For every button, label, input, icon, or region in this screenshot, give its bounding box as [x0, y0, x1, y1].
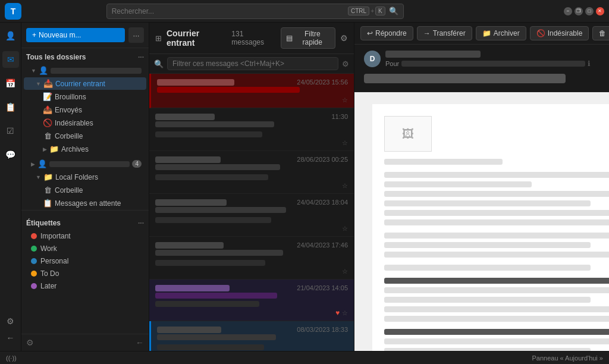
icon-account[interactable]: 👤: [2, 27, 19, 44]
inbox-icon: 📥: [43, 79, 53, 88]
label-todo[interactable]: To Do: [24, 268, 146, 280]
filter-icon: ▤: [286, 34, 293, 42]
minimize-button[interactable]: −: [564, 7, 572, 15]
body-bold-line: [384, 329, 609, 335]
msg-filter-icon[interactable]: ⚙: [342, 59, 349, 68]
labels-more-icon[interactable]: ···: [138, 219, 144, 227]
search-input[interactable]: [112, 7, 348, 15]
table-row[interactable]: 24/04/2023 18:04 ☆: [149, 194, 354, 237]
sidebar-item-drafts[interactable]: 📝 Brouillons: [24, 90, 146, 103]
msg-star-icon[interactable]: ☆: [342, 139, 348, 147]
sidebar-more-button[interactable]: ···: [128, 27, 144, 43]
icon-bar-bottom: ⚙ ←: [2, 313, 19, 346]
local-folders-label: Local Folders: [55, 173, 142, 181]
icon-back[interactable]: ←: [2, 330, 19, 346]
restore-button[interactable]: ❐: [575, 7, 583, 15]
archive-button[interactable]: 📁 Archiver: [476, 26, 526, 40]
table-row[interactable]: 11:30 ☆: [149, 108, 354, 151]
trash-label: Corbeille: [55, 132, 142, 140]
body-section-4: [384, 265, 609, 271]
body-line: [384, 287, 609, 293]
msg-star-icon[interactable]: ☆: [342, 268, 348, 275]
label-personal-text: Personal: [40, 257, 68, 265]
to-label: Pour: [385, 60, 399, 67]
label-work[interactable]: Work: [24, 243, 146, 255]
sidebar: + Nouveau m... ··· Tous les dossiers ···…: [21, 23, 149, 351]
quick-filter-button[interactable]: ▤ Filtre rapide: [281, 27, 335, 49]
sidebar-item-sent[interactable]: 📤 Envoyés: [24, 103, 146, 116]
msg-sender: [155, 199, 227, 206]
msg-preview: [157, 344, 264, 350]
msg-star-icon[interactable]: ☆: [342, 182, 348, 190]
message-filter-input[interactable]: [167, 57, 338, 70]
table-row[interactable]: 21/04/2023 14:05 ♥ ☆: [149, 280, 354, 321]
topbar-right: − ❐ □ ✕: [564, 7, 604, 15]
collapse-icon[interactable]: ←: [136, 338, 144, 347]
table-row[interactable]: 24/05/2023 15:56 ☆: [149, 74, 354, 108]
body-line: [384, 265, 591, 271]
sidebar-item-local-trash[interactable]: 🗑 Corbeille: [24, 184, 146, 196]
msg-subject: [155, 207, 286, 213]
icon-contacts[interactable]: 📋: [2, 99, 19, 115]
info-icon[interactable]: ℹ: [588, 59, 591, 68]
sidebar-item-junk[interactable]: 🚫 Indésirables: [24, 117, 146, 129]
msg-preview: [155, 174, 268, 180]
sidebar-item-archives[interactable]: ▶ 📁 Archives: [24, 143, 146, 155]
sidebar-item-inbox[interactable]: ▼ 📥 Courrier entrant: [24, 77, 146, 90]
message-count: 131 messages: [231, 30, 275, 46]
msg-star-icon[interactable]: ☆: [342, 96, 348, 104]
new-message-button[interactable]: + Nouveau m...: [26, 28, 125, 42]
icon-calendar[interactable]: 📅: [2, 75, 19, 92]
forward-button[interactable]: → Transférer: [417, 26, 472, 40]
all-folders-more-icon[interactable]: ···: [138, 53, 144, 61]
msg-star-icon[interactable]: ☆: [342, 225, 348, 233]
todo-dot: [31, 271, 37, 277]
account-icon: 👤: [39, 66, 48, 75]
settings-icon[interactable]: ⚙: [26, 338, 34, 347]
archive-icon: 📁: [482, 29, 491, 37]
label-personal[interactable]: Personal: [24, 255, 146, 267]
label-important[interactable]: Important: [24, 230, 146, 242]
icon-tasks[interactable]: ☑: [2, 123, 19, 139]
table-row[interactable]: 08/03/2023 18:33 ☆: [149, 321, 354, 351]
sidebar-account1[interactable]: ▼ 👤: [24, 64, 146, 77]
body-section-6: [384, 329, 609, 351]
sidebar-item-outbox[interactable]: 📋 Messages en attente: [24, 197, 146, 209]
chevron-down-icon: ▼: [36, 81, 41, 87]
later-dot: [31, 283, 37, 289]
msg-row-header: 08/03/2023 18:33: [157, 326, 348, 333]
message-list-header: ⊞ Courrier entrant 131 messages ▤ Filtre…: [149, 23, 354, 54]
icon-settings[interactable]: ⚙: [2, 313, 19, 330]
sent-label: Envoyés: [55, 106, 142, 114]
icon-chat[interactable]: 💬: [2, 146, 19, 163]
sort-icon[interactable]: ⊞: [155, 34, 162, 43]
global-search[interactable]: CTRL + K 🔍: [106, 4, 404, 19]
main-layout: 👤 ✉ 📅 📋 ☑ 💬 ⚙ ← + Nouveau m... ··· Tous …: [0, 23, 609, 351]
reply-button[interactable]: ↩ Répondre: [360, 26, 413, 40]
message-list-settings-button[interactable]: ⚙: [340, 33, 348, 43]
close-button[interactable]: ✕: [596, 7, 604, 15]
email-from-blur: [385, 51, 481, 58]
delete-button[interactable]: 🗑 Supprimer: [592, 26, 609, 40]
drafts-label: Brouillons: [55, 93, 142, 101]
email-header: D Pour ℹ ℹ 07/03/2023 13:06: [354, 45, 609, 92]
sidebar-item-trash[interactable]: 🗑 Corbeille: [24, 130, 146, 142]
sidebar-account2[interactable]: ▶ 👤 4: [24, 158, 146, 170]
label-later[interactable]: Later: [24, 280, 146, 292]
msg-star-icon[interactable]: ☆: [342, 309, 348, 317]
labels-section: Étiquettes ··· Important Work Personal: [21, 210, 149, 295]
chevron-down-icon: ▼: [36, 174, 41, 180]
sidebar-local-folders[interactable]: ▼ 📁 Local Folders: [24, 171, 146, 183]
window-controls: − ❐ □ ✕: [564, 7, 604, 15]
search-icon: 🔍: [389, 7, 398, 15]
table-row[interactable]: 28/06/2023 00:25 ☆: [149, 151, 354, 194]
maximize-button[interactable]: □: [585, 7, 594, 15]
body-line: [384, 338, 609, 344]
account2-icon: 👤: [37, 159, 47, 168]
email-from-row: D Pour ℹ ℹ: [364, 51, 609, 68]
icon-mail[interactable]: ✉: [2, 51, 19, 68]
msg-subject: [155, 121, 274, 127]
table-row[interactable]: 24/04/2023 17:46 ☆: [149, 237, 354, 280]
junk-button[interactable]: 🚫 Indésirable: [530, 26, 589, 40]
account2-badge: 4: [132, 160, 142, 168]
